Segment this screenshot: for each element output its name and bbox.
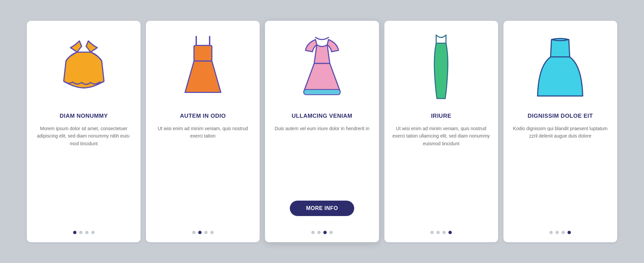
card-4-body: Ut wisi enim ad minim veniam, quis nostr…	[392, 125, 490, 174]
card-3-title: ULLAMCING VENIAM	[292, 113, 353, 119]
card-1-dots	[73, 224, 95, 234]
card-5-icon	[533, 31, 587, 105]
dot-1-3	[85, 231, 89, 234]
dot-5-3	[561, 231, 565, 234]
card-5: DIGNISSIM DOLOE EIT Kodio dignissim qui …	[503, 21, 617, 242]
card-1: DIAM NONUMMY Morem ipsum dolor sit amet,…	[27, 21, 141, 242]
card-4-icon	[414, 31, 468, 105]
dot-3-1	[311, 231, 315, 234]
card-2-title: AUTEM IN ODIO	[180, 113, 226, 119]
more-info-button[interactable]: MORE INFO	[290, 201, 354, 216]
card-2-body: Ut wisi enim ad minim veniam, quis nostr…	[154, 125, 252, 174]
dot-2-4	[210, 231, 214, 234]
card-4-dots	[430, 224, 452, 234]
card-4: IRIURE Ut wisi enim ad minim veniam, qui…	[384, 21, 498, 242]
svg-rect-0	[194, 45, 212, 61]
dot-2-1	[192, 231, 196, 234]
dot-3-3	[323, 231, 327, 234]
card-3: ULLAMCING VENIAM Duis autem vel eum iriu…	[265, 21, 379, 242]
card-5-dots	[549, 224, 571, 234]
card-3-body: Duis autem vel eum iriure dolor in hendr…	[275, 125, 369, 194]
dot-1-2	[79, 231, 83, 234]
dot-4-2	[436, 231, 440, 234]
card-2-icon	[176, 31, 230, 105]
dot-4-1	[430, 231, 434, 234]
dot-2-2	[198, 231, 202, 234]
dot-1-4	[91, 231, 95, 234]
dot-5-4	[568, 231, 571, 234]
dot-3-2	[317, 231, 321, 234]
card-4-title: IRIURE	[431, 113, 451, 119]
cards-container: DIAM NONUMMY Morem ipsum dolor sit amet,…	[27, 21, 617, 242]
dot-5-1	[549, 231, 553, 234]
dot-4-3	[442, 231, 446, 234]
dot-2-3	[204, 231, 208, 234]
card-3-dots	[311, 224, 333, 234]
svg-rect-1	[304, 90, 340, 95]
card-2-dots	[192, 224, 214, 234]
card-1-icon	[57, 31, 111, 105]
card-3-icon	[295, 31, 349, 105]
card-5-title: DIGNISSIM DOLOE EIT	[528, 113, 593, 119]
dot-5-2	[555, 231, 559, 234]
card-2: AUTEM IN ODIO Ut wisi enim ad minim veni…	[146, 21, 260, 242]
card-5-body: Kodio dignissim qui blandit praesent lup…	[512, 125, 609, 174]
dot-4-4	[448, 231, 452, 234]
card-1-title: DIAM NONUMMY	[60, 113, 108, 119]
dot-3-4	[329, 231, 333, 234]
card-1-body: Morem ipsum dolor sit amet, consectetuer…	[35, 125, 132, 174]
dot-1-1	[73, 231, 76, 234]
